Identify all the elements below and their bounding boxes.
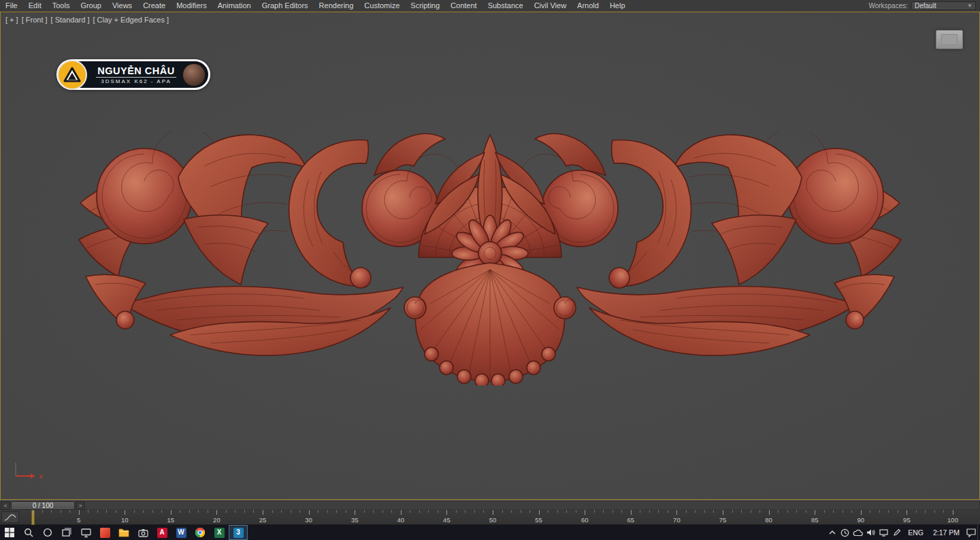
workspace-dropdown[interactable]: Default ▼ [911,1,976,10]
search-icon[interactable] [19,525,38,540]
ruler-tick [925,510,926,513]
chrome-icon[interactable] [191,525,210,540]
ruler-tick [778,510,779,513]
ruler-tick [474,510,475,513]
menu-graph-editors[interactable]: Graph Editors [257,0,314,12]
ruler-tick [493,510,493,515]
ruler-tick [428,510,429,513]
menu-modifiers[interactable]: Modifiers [171,0,212,12]
triangle-logo-icon [57,60,87,90]
file-explorer-icon[interactable] [114,525,133,540]
workspaces-label: Workspaces: [868,2,908,10]
system-clock[interactable]: 2:17 PM [928,528,964,537]
ruler-tick [704,510,705,513]
ruler-tick [198,510,199,513]
next-frame-button[interactable]: > [76,501,85,510]
menu-substance[interactable]: Substance [483,0,529,12]
red-app-icon[interactable] [95,525,114,540]
excel-app-icon[interactable]: X [210,525,229,540]
left-wing [79,132,461,355]
task-view-icon[interactable] [57,525,76,540]
pen-icon[interactable] [890,525,903,540]
previous-frame-button[interactable]: < [1,501,10,510]
ruler-tick-label: 45 [443,516,451,524]
start-button[interactable] [0,525,19,540]
ruler-tick-label: 30 [305,516,312,524]
caret-up-icon[interactable] [826,525,838,540]
viewport[interactable]: [ + ] [ Front ] [ Standard ] [ Clay + Ed… [0,12,980,500]
menu-group[interactable]: Group [75,0,107,12]
ruler-tick [235,510,235,513]
ruler-tick [291,510,291,513]
ruler-tick [953,510,953,515]
onedrive-cloud-icon[interactable] [851,525,864,540]
ruler-tick [658,510,659,513]
volume-icon[interactable] [864,525,877,540]
viewport-menu-pov[interactable]: [ Front ] [22,16,48,24]
ruler-tick [695,510,696,513]
3dsmax-app-icon[interactable]: 3 [229,525,248,540]
ruler-tick-label: 15 [167,516,175,524]
ruler-tick [906,510,907,515]
ornament-model[interactable] [75,132,905,385]
show-desktop-strip[interactable] [977,525,980,540]
menu-edit[interactable]: Edit [23,0,47,12]
ruler-tick [180,510,180,513]
track-bar-ruler[interactable]: 5101520253035404550556065707580859095100 [0,510,980,525]
ruler-tick [529,510,530,513]
menu-arnold[interactable]: Arnold [572,0,604,12]
avatar [182,63,206,86]
view-cube-face[interactable] [941,34,958,45]
view-cube[interactable] [936,30,963,49]
ruler-tick [309,510,310,515]
word-app-icon[interactable]: W [172,525,191,540]
acrobat-app-icon[interactable]: A [152,525,172,540]
menu-create[interactable]: Create [137,0,171,12]
ruler-tick [511,510,512,513]
ruler-tick [216,510,217,515]
clock-icon[interactable] [838,525,851,540]
menu-civil-view[interactable]: Civil View [529,0,572,12]
menu-file[interactable]: File [0,0,23,12]
ruler-tick [539,510,540,515]
screen-share-app-icon[interactable] [76,525,95,540]
time-slider-handle[interactable]: 0 / 100 [11,501,75,510]
menu-tools[interactable]: Tools [47,0,76,12]
ruler-tick [244,510,245,513]
ruler-tick [631,510,632,515]
ruler-tick [787,510,788,513]
ruler-tick [603,510,604,513]
menu-customize[interactable]: Customize [359,0,405,12]
time-slider-track[interactable] [86,501,980,510]
ruler-tick [125,510,125,515]
viewport-menu-shading[interactable]: [ Clay + Edged Faces ] [93,16,169,24]
ruler-tick [171,510,172,515]
menu-rendering[interactable]: Rendering [314,0,359,12]
menu-animation[interactable]: Animation [212,0,257,12]
viewport-menu-general[interactable]: [ + ] [5,16,18,24]
mini-curve-editor-button[interactable] [1,511,19,523]
axis-gizmo: x [12,457,47,481]
ruler-tick [833,510,834,513]
ruler-tick [346,510,346,513]
ruler-tick [934,510,935,513]
ruler-tick-label: 70 [673,516,681,524]
ruler-tick-label: 25 [259,516,267,524]
menu-help[interactable]: Help [604,0,631,12]
ruler-tick [576,510,576,513]
menu-scripting[interactable]: Scripting [405,0,445,12]
ruler-tick [521,510,521,513]
action-center-icon[interactable] [964,525,977,540]
network-icon[interactable] [877,525,890,540]
viewport-menu-renderer[interactable]: [ Standard ] [51,16,90,24]
ruler-tick [676,510,677,515]
ruler-tick [355,510,355,515]
language-indicator[interactable]: ENG [903,528,928,537]
menu-content[interactable]: Content [445,0,483,12]
cortana-icon[interactable] [38,525,57,540]
ruler-tick-label: 100 [947,516,958,524]
menu-views[interactable]: Views [107,0,137,12]
ruler-tick-label: 35 [351,516,359,524]
ruler-tick [419,510,420,513]
camera-app-icon[interactable] [133,525,152,540]
